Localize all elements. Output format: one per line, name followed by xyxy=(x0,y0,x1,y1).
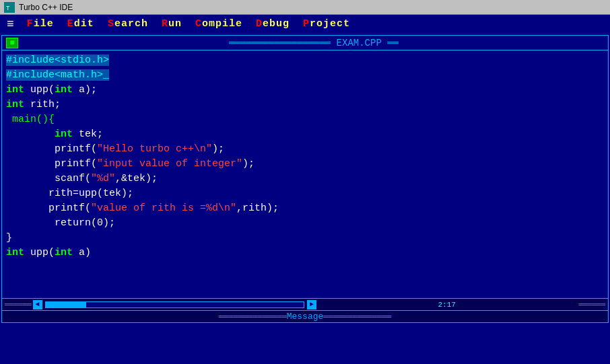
code-line-3: int upp(int a); xyxy=(6,83,604,98)
code-line-9: scanf("%d",&tek); xyxy=(6,172,604,186)
menu-project[interactable]: Project xyxy=(296,17,357,31)
code-line-8: printf("input value of integer"); xyxy=(6,157,604,172)
code-line-2: #include<math.h>_ xyxy=(6,68,604,83)
svg-text:T: T xyxy=(6,5,10,11)
status-bar: ══════════════ Message ══════════════ xyxy=(2,310,608,322)
scrollbar-track[interactable] xyxy=(45,301,304,308)
title-bar: T Turbo C++ IDE xyxy=(0,0,610,15)
message-label: Message xyxy=(287,312,324,322)
menu-bar: ≡ File Edit Search Run Compile Debug Pro… xyxy=(0,15,610,34)
code-line-6: int tek; xyxy=(6,127,604,142)
file-title: ══════════════════ EXAM.CPP ══ xyxy=(229,38,399,48)
horizontal-scrollbar[interactable]: ══════ ◄ ► 2:17 ══════ xyxy=(2,298,608,310)
code-line-4: int rith; xyxy=(6,98,604,112)
file-window: ■ ══════════════════ EXAM.CPP ══ #includ… xyxy=(1,35,609,323)
code-line-12: return(0); xyxy=(6,216,604,231)
cursor-position: 2:17 xyxy=(438,301,455,309)
code-editor[interactable]: #include<stdio.h> #include<math.h>_ int … xyxy=(2,50,608,306)
code-line-7: printf("Hello turbo c++\n"); xyxy=(6,142,604,157)
menu-search[interactable]: Search xyxy=(101,17,155,31)
menu-edit[interactable]: Edit xyxy=(61,17,101,31)
scroll-right-button[interactable]: ► xyxy=(307,300,316,310)
menu-run[interactable]: Run xyxy=(155,17,189,31)
file-title-bar: ■ ══════════════════ EXAM.CPP ══ xyxy=(2,36,608,50)
code-line-1: #include<stdio.h> xyxy=(6,53,604,68)
code-line-10: rith=upp(tek); xyxy=(6,186,604,201)
file-close-button[interactable]: ■ xyxy=(6,38,18,48)
code-line-11: printf("value of rith is =%d\n",rith); xyxy=(6,201,604,216)
menu-file[interactable]: File xyxy=(20,17,61,31)
menu-compile[interactable]: Compile xyxy=(189,17,249,31)
app-icon: T xyxy=(4,2,15,13)
code-line-14: int upp(int a) xyxy=(6,246,604,260)
scrollbar-thumb[interactable] xyxy=(46,302,86,307)
hamburger-menu[interactable]: ≡ xyxy=(1,16,20,32)
scroll-left-button[interactable]: ◄ xyxy=(33,300,42,310)
code-line-13: } xyxy=(6,231,604,246)
code-line-5: main(){ xyxy=(6,112,604,127)
title-bar-text: Turbo C++ IDE xyxy=(19,3,73,12)
menu-debug[interactable]: Debug xyxy=(249,17,296,31)
